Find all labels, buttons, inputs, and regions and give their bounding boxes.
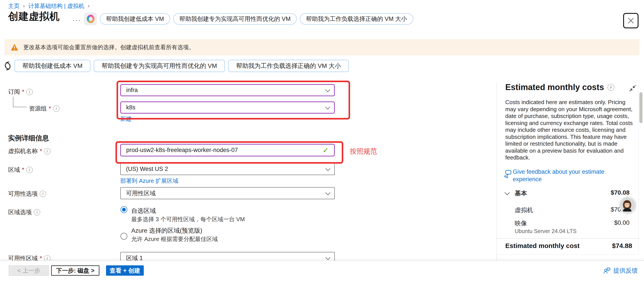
- warning-icon: [10, 44, 18, 51]
- region-label: 区域 *: [8, 166, 33, 174]
- estimate-feedback-icon: [504, 170, 512, 179]
- chevron-down-icon[interactable]: [504, 190, 510, 195]
- cost-item-label: 映像: [515, 219, 527, 227]
- chevron-down-icon: [325, 87, 330, 92]
- warning-banner: 更改基本选项可能会重置所做的选择。创建虚拟机前查看所有选项。: [4, 39, 640, 55]
- cost-item-label: 虚拟机: [515, 206, 533, 214]
- radio-azure-selected-zone-label[interactable]: Azure 选择的区域(预览版): [131, 226, 202, 235]
- vm-name-label: 虚拟机名称 *: [8, 147, 50, 155]
- section-instance-details: 实例详细信息: [8, 134, 49, 143]
- chip-right-vm-size[interactable]: 帮助我为工作负载选择正确的 VM 大小: [300, 13, 413, 25]
- panel-separator: [496, 238, 640, 238]
- copilot-icon: [86, 14, 95, 24]
- radio-self-selected-zone-desc: 最多选择 3 个可用性区域，每个区域一台 VM: [131, 215, 245, 223]
- chevron-down-icon: [326, 190, 330, 195]
- chip-low-cost-vm[interactable]: 帮助我创建低成本 VM: [100, 13, 170, 25]
- cost-item-value: $0.00: [571, 219, 630, 226]
- scrollbar-track: [638, 82, 638, 254]
- subscription-label: 订阅 *: [8, 88, 33, 96]
- copilot-outline-icon: [3, 61, 12, 72]
- feedback-person-icon: [603, 267, 611, 274]
- info-icon[interactable]: [26, 167, 33, 173]
- breadcrumb: 主页 › 计算基础结构 | 虚拟机 ›: [8, 2, 90, 10]
- chevron-down-icon: [325, 104, 330, 109]
- deploy-extended-zone-link[interactable]: 部署到 Azure 扩展区域: [120, 177, 178, 185]
- create-new-resource-group-link[interactable]: 新建: [120, 115, 132, 123]
- warning-text: 更改基本选项可能会重置所做的选择。创建虚拟机前查看所有选项。: [23, 44, 194, 51]
- annotation-text: 按照规范: [350, 147, 377, 156]
- assist-suggestion-chips: 帮助我创建低成本 VM 帮助我创建专为实现高可用性而优化的 VM 帮助我为工作负…: [14, 60, 349, 72]
- info-icon[interactable]: [608, 84, 614, 91]
- breadcrumb-home[interactable]: 主页: [8, 2, 20, 10]
- review-create-button[interactable]: 查看 + 创建: [106, 265, 144, 276]
- cost-panel-description: Costs indicated here are estimates only.…: [505, 99, 634, 161]
- resource-group-label: 资源组 *: [29, 105, 60, 112]
- cost-item-subtext: Ubuntu Server 24.04 LTS: [515, 228, 576, 234]
- chevron-right-icon: ›: [88, 3, 90, 9]
- radio-self-selected-zone[interactable]: [120, 206, 127, 213]
- connector-line: [13, 107, 26, 107]
- collapse-icon: [629, 85, 636, 92]
- create-vm-page: 主页 › 计算基础结构 | 虚拟机 › 创建虚拟机 ··· 帮助我创建低成本 V…: [0, 0, 644, 286]
- avatar-image: [620, 197, 634, 211]
- subscription-dropdown[interactable]: infra: [120, 84, 335, 96]
- cost-group-label[interactable]: 基本: [515, 189, 527, 197]
- panel-divider: [496, 82, 497, 260]
- collapse-panel-button[interactable]: [629, 85, 636, 93]
- chip-high-availability-vm[interactable]: 帮助我创建专为实现高可用性而优化的 VM: [94, 60, 225, 72]
- estimate-feedback-link[interactable]: Give feedback about your estimate experi…: [513, 168, 627, 183]
- region-dropdown[interactable]: (US) West US 2: [120, 163, 335, 175]
- chip-low-cost-vm[interactable]: 帮助我创建低成本 VM: [14, 60, 90, 72]
- radio-self-selected-zone-label[interactable]: 自选区域: [131, 207, 156, 215]
- previous-step-button[interactable]: < 上一步: [9, 265, 49, 276]
- info-icon[interactable]: [44, 148, 50, 154]
- chip-right-vm-size[interactable]: 帮助我为工作负载选择正确的 VM 大小: [228, 60, 349, 72]
- close-button[interactable]: [623, 13, 638, 28]
- vm-name-input[interactable]: prod-usw2-k8s-freeleaps-worker-nodes-07 …: [120, 144, 335, 156]
- info-icon[interactable]: [53, 105, 60, 112]
- zone-options-label: 区域选项: [8, 208, 40, 216]
- chevron-down-icon: [326, 255, 330, 260]
- cost-panel-title: Estimated monthly costs: [505, 83, 614, 92]
- availability-options-dropdown[interactable]: 可用性区域: [120, 187, 335, 199]
- info-icon[interactable]: [34, 209, 40, 215]
- chevron-right-icon: ›: [23, 3, 25, 9]
- cost-group-value: $70.08: [571, 189, 630, 196]
- give-feedback-label: 提供反馈: [613, 266, 638, 275]
- radio-azure-selected-zone-desc: 允许 Azure 根据需要分配最佳区域: [131, 235, 218, 243]
- availability-options-label: 可用性选项: [8, 190, 46, 198]
- resource-group-dropdown[interactable]: k8s: [120, 102, 335, 114]
- connector-line: [13, 97, 14, 107]
- breadcrumb-virtual-machines[interactable]: 计算基础结构 | 虚拟机: [28, 2, 84, 10]
- next-step-disks-button[interactable]: 下一步: 磁盘 >: [51, 265, 100, 276]
- info-icon[interactable]: [40, 191, 46, 197]
- give-feedback-link[interactable]: 提供反馈: [603, 266, 638, 275]
- chevron-down-icon: [326, 166, 330, 171]
- valid-check-icon: ✓: [323, 146, 329, 155]
- scrollbar-thumb[interactable]: [640, 92, 642, 123]
- footer-bar: < 上一步 下一步: 磁盘 > 查看 + 创建 提供反馈: [0, 260, 644, 286]
- copilot-button[interactable]: [84, 13, 97, 25]
- more-options-button[interactable]: ···: [72, 16, 81, 24]
- radio-azure-selected-zone[interactable]: [120, 233, 127, 240]
- chip-high-availability-vm[interactable]: 帮助我创建专为实现高可用性而优化的 VM: [173, 13, 297, 25]
- header-suggestion-chips: 帮助我创建低成本 VM 帮助我创建专为实现高可用性而优化的 VM 帮助我为工作负…: [100, 13, 413, 25]
- assistant-avatar[interactable]: [620, 197, 636, 213]
- info-icon[interactable]: [26, 89, 33, 95]
- total-cost-value: $74.88: [571, 242, 632, 249]
- page-title: 创建虚拟机: [8, 10, 60, 23]
- total-cost-label: Estimated monthly cost: [505, 242, 580, 249]
